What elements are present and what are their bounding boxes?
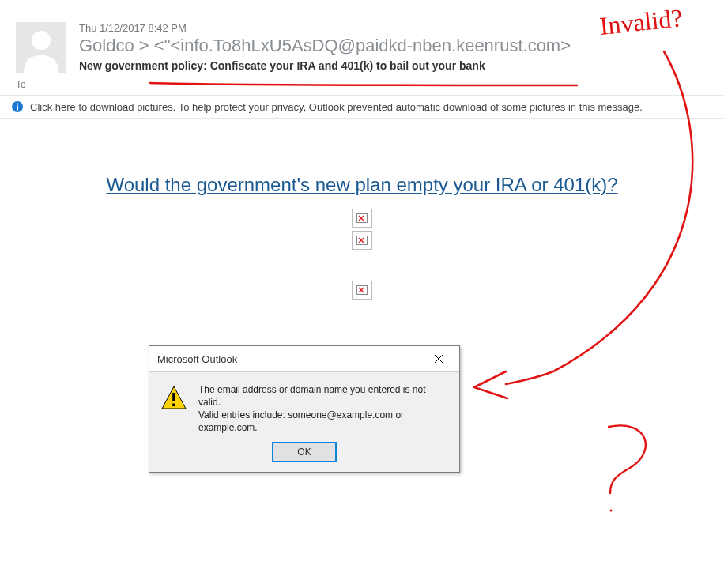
separator-line [17, 266, 707, 266]
info-icon [11, 100, 24, 113]
svg-rect-17 [172, 393, 175, 401]
dialog-message-line2: Valid entries include: someone@example.c… [198, 409, 448, 434]
infobar-text: Click here to download pictures. To help… [30, 101, 643, 113]
to-label: To [0, 73, 724, 95]
svg-rect-18 [172, 404, 175, 407]
subject-line: New government policy: Confiscate your I… [79, 59, 719, 72]
blocked-image-icon[interactable] [352, 281, 372, 300]
blocked-image-icon[interactable] [352, 231, 372, 250]
svg-point-19 [609, 509, 612, 511]
avatar [16, 22, 66, 73]
svg-rect-4 [17, 104, 18, 105]
svg-rect-3 [17, 106, 18, 111]
dialog-message-line1: The email address or domain name you ent… [198, 383, 448, 409]
error-dialog: Microsoft Outlook The email address or d… [149, 345, 460, 473]
dialog-title: Microsoft Outlook [157, 353, 237, 365]
headline-link[interactable]: Would the government's new plan empty yo… [106, 174, 617, 196]
blocked-image-icon[interactable] [352, 209, 372, 228]
email-body: Would the government's new plan empty yo… [0, 119, 724, 300]
download-pictures-infobar[interactable]: Click here to download pictures. To help… [0, 95, 724, 119]
ok-button[interactable]: OK [272, 442, 337, 462]
warning-icon [160, 385, 187, 410]
svg-point-1 [32, 31, 51, 50]
close-icon[interactable] [423, 351, 454, 367]
sender-line: Goldco > <"<info.To8hLxU5AsDQ@paidkd-nbe… [79, 36, 719, 56]
timestamp: Thu 1/12/2017 8:42 PM [79, 22, 719, 34]
